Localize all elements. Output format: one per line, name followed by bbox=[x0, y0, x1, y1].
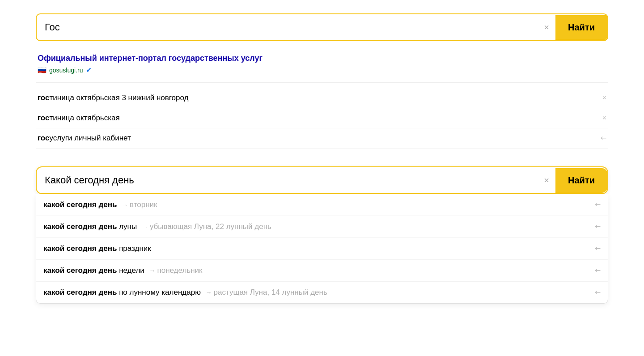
suggestion-item-2-4[interactable]: какой сегодня день недели → понедельник … bbox=[36, 260, 608, 282]
suggestion-text-2-1: какой сегодня день → вторник bbox=[43, 200, 589, 209]
search-input-1[interactable] bbox=[37, 14, 538, 40]
suggestion-text: госуслуги личный кабинет bbox=[38, 134, 595, 143]
search-section-2: × Найти какой сегодня день → вторник ↗ к… bbox=[36, 166, 608, 304]
suggestions-1: гостиница октябрьская 3 нижний новгород … bbox=[36, 88, 608, 148]
special-result-title[interactable]: Официальный интернет-портал государствен… bbox=[38, 54, 606, 63]
suggestion-text-2-4: какой сегодня день недели → понедельник bbox=[43, 266, 589, 275]
suggestion-text: гостиница октябрьская bbox=[38, 114, 597, 123]
suggestion-item-2-5[interactable]: какой сегодня день по лунному календарю … bbox=[36, 282, 608, 303]
suggestion-item-2-2[interactable]: какой сегодня день луны → убывающая Луна… bbox=[36, 216, 608, 238]
special-result-site-row: 🇷🇺 gosuslugi.ru ✔ bbox=[38, 66, 606, 74]
suggestion-remove-icon-1[interactable]: × bbox=[602, 94, 606, 102]
suggestion-item-2-1[interactable]: какой сегодня день → вторник ↗ bbox=[36, 194, 608, 216]
russia-flag-icon: 🇷🇺 bbox=[38, 66, 47, 74]
search-box-2: × Найти bbox=[36, 166, 608, 194]
special-result: Официальный интернет-портал государствен… bbox=[36, 49, 608, 83]
suggestion-arrow-icon-3: ↗ bbox=[598, 133, 609, 144]
suggestions-2: какой сегодня день → вторник ↗ какой сег… bbox=[36, 194, 608, 304]
search-input-2[interactable] bbox=[37, 167, 538, 193]
suggestion-remove-icon-2[interactable]: × bbox=[602, 114, 606, 122]
search-button-1[interactable]: Найти bbox=[555, 15, 607, 40]
suggestion-text-2-3: какой сегодня день праздник bbox=[43, 244, 589, 253]
suggestion-text-2-5: какой сегодня день по лунному календарю … bbox=[43, 288, 589, 297]
verified-icon: ✔ bbox=[86, 66, 92, 74]
suggestion-item-2-3[interactable]: какой сегодня день праздник ↗ bbox=[36, 238, 608, 260]
search-button-2[interactable]: Найти bbox=[555, 168, 607, 193]
suggestion-arrow-icon-2-2: ↗ bbox=[593, 222, 603, 232]
suggestion-arrow-icon-2-5: ↗ bbox=[593, 288, 603, 298]
search-box-1: × Найти bbox=[36, 13, 608, 41]
suggestion-arrow-icon-2-3: ↗ bbox=[593, 244, 603, 254]
suggestion-text: гостиница октябрьская 3 нижний новгород bbox=[38, 93, 597, 102]
suggestion-item[interactable]: гостиница октябрьская × bbox=[36, 108, 608, 128]
special-result-site: gosuslugi.ru bbox=[49, 67, 83, 74]
suggestion-text-2-2: какой сегодня день луны → убывающая Луна… bbox=[43, 222, 589, 231]
suggestion-item[interactable]: гостиница октябрьская 3 нижний новгород … bbox=[36, 88, 608, 108]
clear-icon-2[interactable]: × bbox=[538, 175, 555, 186]
suggestion-arrow-icon-2-4: ↗ bbox=[593, 266, 603, 276]
suggestion-arrow-icon-2-1: ↗ bbox=[593, 200, 603, 210]
clear-icon-1[interactable]: × bbox=[538, 22, 555, 33]
suggestion-item[interactable]: госуслуги личный кабинет ↗ bbox=[36, 128, 608, 148]
